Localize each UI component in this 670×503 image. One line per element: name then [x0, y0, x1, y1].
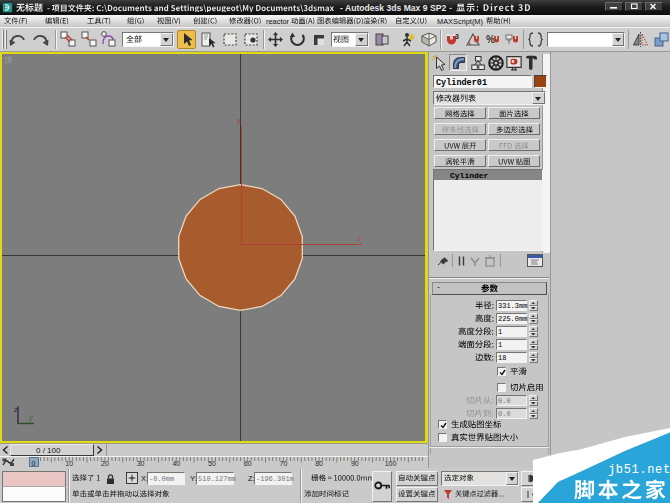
svg-text:y: y — [237, 117, 241, 125]
svg-text:y: y — [28, 414, 33, 422]
svg-text:x: x — [357, 235, 361, 242]
svg-text:z: z — [13, 406, 18, 413]
